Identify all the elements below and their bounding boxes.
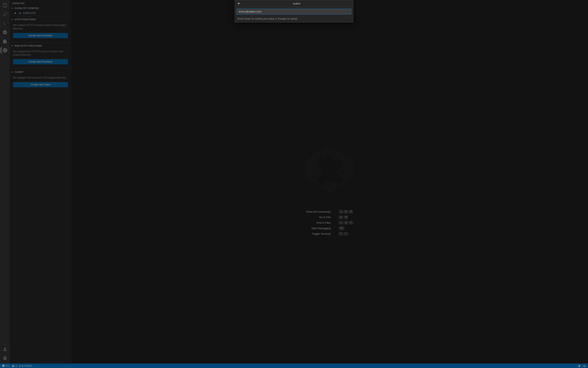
back-button[interactable]: [237, 2, 241, 5]
author-dialog: Author Press 'Enter' to confirm your inp…: [235, 0, 353, 22]
author-hint: Press 'Enter' to confirm your input or '…: [235, 16, 353, 22]
author-title-bar: Author: [235, 0, 353, 7]
main-content: Author Press 'Enter' to confirm your inp…: [71, 0, 588, 364]
author-input[interactable]: [237, 9, 351, 15]
author-dialog-title: Author: [243, 2, 351, 5]
author-input-row: [235, 7, 353, 16]
author-dialog-overlay: Author Press 'Enter' to confirm your inp…: [0, 0, 588, 364]
